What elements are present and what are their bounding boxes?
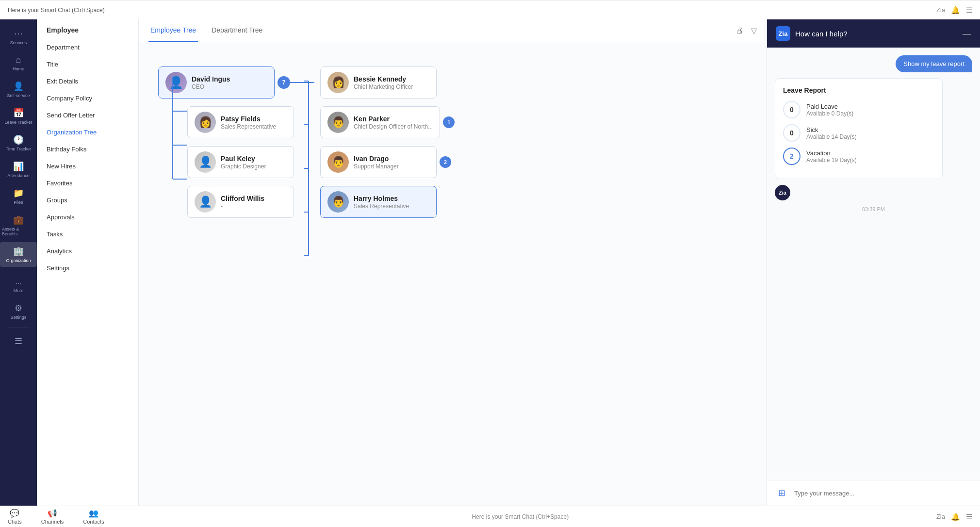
sidebar-label-more: More (14, 288, 24, 293)
footer-contacts[interactable]: 👥 Contacts (83, 509, 104, 525)
nav-item-employee[interactable]: Employee (37, 19, 138, 39)
bessie-kennedy-node[interactable]: 👩 Bessie Kennedy Chief Marketing Officer (320, 66, 437, 99)
sidebar-item-self-service[interactable]: 👤 Self-service (0, 77, 37, 102)
clifford-willis-node[interactable]: 👤 Clifford Willis - (187, 186, 294, 218)
paul-keley-node[interactable]: 👤 Paul Keley Graphic Designer (187, 146, 294, 178)
leave-report-card: Leave Report 0 Paid Leave Available 0 Da… (775, 78, 943, 179)
harry-avatar: 👨 (327, 191, 349, 213)
ivan-row: 👨 Ivan Drago Support Manager 2 (320, 146, 455, 178)
chat-input-field[interactable] (794, 490, 973, 497)
patsy-title: Sales Representative (221, 123, 276, 130)
chat-minimize-button[interactable]: — (963, 29, 971, 39)
right-nodes-container: 👩 Bessie Kennedy Chief Marketing Officer (314, 66, 455, 218)
sick-leave-item: 0 Sick Available 14 Day(s) (783, 124, 934, 142)
services-icon: ⋯ (14, 28, 23, 39)
ken-avatar: 👨 (327, 112, 349, 133)
vacation-leave-avail: Available 19 Day(s) (806, 157, 857, 164)
ivan-title: Support Manager (354, 163, 399, 170)
paul-title: Graphic Designer (221, 163, 266, 170)
harry-holmes-node[interactable]: 👨 Harry Holmes Sales Representative (320, 186, 437, 218)
bessie-info: Bessie Kennedy Chief Marketing Officer (354, 75, 413, 90)
ken-badge[interactable]: 1 (443, 116, 455, 128)
harry-face-icon: 👨 (332, 196, 345, 208)
tab-employee-tree[interactable]: Employee Tree (148, 19, 198, 42)
nav-item-analytics[interactable]: Analytics (37, 243, 138, 260)
ceo-expand-badge[interactable]: 7 (278, 76, 290, 89)
footer-channels[interactable]: 📢 Channels (41, 509, 64, 525)
footer-chats[interactable]: 💬 Chats (8, 509, 22, 525)
chat-input-area: ⊞ (767, 480, 980, 506)
left-branch-container (158, 77, 187, 218)
vacation-leave-count: 2 (790, 152, 794, 160)
ceo-info: David Ingus CEO (192, 75, 230, 90)
bottom-bell-icon: 🔔 (951, 6, 960, 15)
bessie-avatar: 👩 (327, 72, 349, 93)
ivan-drago-node[interactable]: 👨 Ivan Drago Support Manager (320, 146, 437, 178)
filter-icon[interactable]: ▽ (751, 26, 757, 35)
ivan-name: Ivan Drago (354, 155, 399, 163)
ivan-badge[interactable]: 2 (440, 156, 451, 168)
nav-item-exit-details[interactable]: Exit Details (37, 73, 138, 90)
org-icon: 🏢 (13, 246, 24, 257)
sidebar-item-leave-tracker[interactable]: 📅 Leave Tracker (0, 104, 37, 129)
sidebar-item-settings[interactable]: ⚙ Settings (0, 299, 37, 324)
nav-item-groups[interactable]: Groups (37, 192, 138, 209)
sidebar-label-organization: Organization (6, 258, 31, 263)
print-icon[interactable]: 🖨 (735, 26, 743, 35)
sidebar-item-menu[interactable]: ☰ (0, 332, 37, 350)
sidebar-item-time-tracker[interactable]: 🕐 Time Tracker (0, 131, 37, 155)
smart-chat-label: Here is your Smart Chat (Ctrl+Space) (8, 7, 105, 14)
sidebar-item-more[interactable]: ··· More (0, 275, 37, 297)
sidebar-item-organization[interactable]: 🏢 Organization (0, 242, 37, 267)
chat-body: Show my leave report Leave Report 0 Paid… (767, 48, 980, 480)
more-icon: ··· (16, 279, 21, 287)
patsy-face-icon: 👩 (199, 116, 212, 129)
nav-item-title[interactable]: Title (37, 56, 138, 73)
nav-item-settings[interactable]: Settings (37, 260, 138, 277)
nav-item-organization-tree[interactable]: Organization Tree (37, 124, 138, 141)
nav-item-tasks[interactable]: Tasks (37, 226, 138, 243)
nav-item-department[interactable]: Department (37, 39, 138, 56)
tree-area: 👤 David Ingus CEO 7 (139, 42, 767, 506)
self-service-icon: 👤 (13, 81, 24, 92)
ken-row: 👨 Ken Parker Chief Design Officer of Nor… (320, 106, 455, 138)
vacation-leave-info: Vacation Available 19 Day(s) (806, 149, 857, 164)
nav-panel: Employee Department Title Exit Details C… (37, 19, 139, 506)
nav-item-approvals[interactable]: Approvals (37, 209, 138, 226)
tabs-actions: 🖨 ▽ (735, 26, 757, 35)
chat-timestamp: 03:39 PM (775, 206, 972, 212)
chat-panel: Zia How can I help? — Show my leave repo… (767, 19, 980, 506)
zia-label: Zia (779, 30, 788, 37)
nav-item-birthday-folks[interactable]: Birthday Folks (37, 141, 138, 158)
sidebar-item-attendance[interactable]: 📊 Attendance (0, 157, 37, 182)
ceo-title: CEO (192, 83, 230, 90)
nav-item-favorites[interactable]: Favorites (37, 175, 138, 192)
footer-right-icons: Zia 🔔 ☰ (936, 512, 972, 521)
contacts-label: Contacts (83, 519, 104, 525)
nav-item-company-policy[interactable]: Company Policy (37, 90, 138, 107)
tab-department-tree[interactable]: Department Tree (210, 19, 264, 42)
bottom-zia-icon: Zia (936, 6, 945, 14)
chat-bubble-show-leave[interactable]: Show my leave report (896, 55, 972, 72)
nav-item-new-hires[interactable]: New Hires (37, 158, 138, 175)
chat-title: How can I help? (795, 30, 848, 38)
sick-leave-type: Sick (806, 126, 857, 133)
nav-item-send-offer-letter[interactable]: Send Offer Letter (37, 107, 138, 124)
chat-emoji-button[interactable]: ⊞ (774, 485, 789, 501)
bessie-face-icon: 👩 (332, 76, 345, 89)
footer-nav: 💬 Chats 📢 Channels 👥 Contacts (8, 509, 104, 525)
contacts-icon: 👥 (89, 509, 98, 518)
sidebar-item-assets-benefits[interactable]: 💼 Assets & Benefits (0, 211, 37, 240)
patsy-fields-node[interactable]: 👩 Patsy Fields Sales Representative (187, 106, 294, 138)
sidebar-item-services[interactable]: ⋯ Services (0, 24, 37, 49)
sidebar-label-services: Services (10, 40, 27, 45)
footer-menu-icon: ☰ (966, 512, 972, 521)
sidebar-item-home[interactable]: ⌂ Home (0, 51, 37, 75)
ken-parker-node[interactable]: 👨 Ken Parker Chief Design Officer of Nor… (320, 106, 440, 138)
sidebar-item-files[interactable]: 📁 Files (0, 184, 37, 209)
harry-title: Sales Representative (354, 203, 409, 210)
sidebar-label-self-service: Self-service (7, 93, 30, 98)
bessie-name: Bessie Kennedy (354, 75, 413, 83)
sidebar: ⋯ Services ⌂ Home 👤 Self-service 📅 Leave… (0, 19, 37, 506)
clifford-title: - (221, 203, 264, 210)
